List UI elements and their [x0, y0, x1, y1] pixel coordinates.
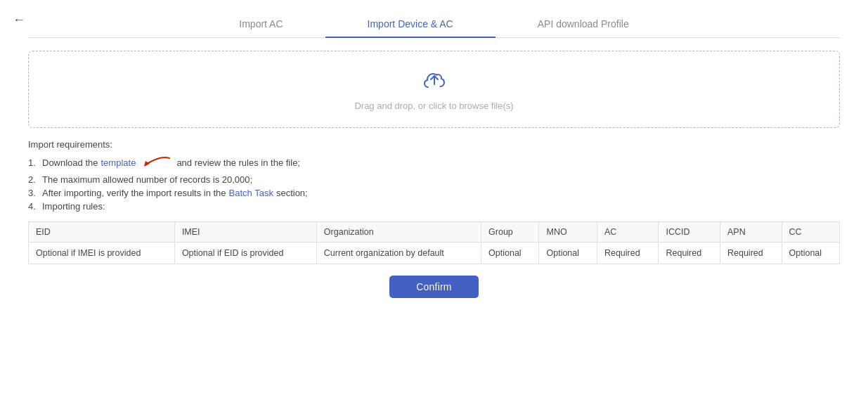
- tab-api-download-profile[interactable]: API download Profile: [495, 11, 671, 38]
- tabs-row: Import AC Import Device & AC API downloa…: [28, 11, 840, 38]
- requirements-section: Import requirements: 1. Download the tem…: [28, 139, 840, 212]
- table-cell-0-3: Optional: [481, 242, 539, 264]
- table-col-apn: APN: [720, 221, 782, 242]
- red-arrow-annotation: [138, 154, 174, 172]
- table-cell-0-8: Optional: [782, 242, 839, 264]
- template-link[interactable]: template: [101, 157, 136, 168]
- drop-zone-text: Drag and drop, or click to browse file(s…: [354, 101, 513, 111]
- table-col-iccid: ICCID: [659, 221, 720, 242]
- file-drop-zone[interactable]: Drag and drop, or click to browse file(s…: [28, 51, 840, 128]
- page-container: ← Import AC Import Device & AC API downl…: [0, 0, 868, 407]
- table-cell-0-2: Current organization by default: [316, 242, 481, 264]
- table-cell-0-1: Optional if EID is provided: [174, 242, 316, 264]
- table-col-group: Group: [481, 221, 539, 242]
- table-col-organization: Organization: [316, 221, 481, 242]
- confirm-row: Confirm: [28, 276, 840, 298]
- table-row-0: Optional if IMEI is providedOptional if …: [29, 242, 840, 264]
- requirements-title: Import requirements:: [28, 139, 840, 150]
- req-text-2: The maximum allowed number of records is…: [42, 174, 252, 185]
- table-header-row: EIDIMEIOrganizationGroupMNOACICCIDAPNCC: [29, 221, 840, 242]
- table-col-eid: EID: [29, 221, 175, 242]
- req-num-3: 3.: [28, 188, 39, 198]
- req-num-1: 1.: [28, 157, 39, 168]
- red-arrow-icon: [140, 154, 174, 169]
- req-text-3-after: section;: [276, 188, 308, 198]
- req-item-1: 1. Download the template and review the …: [28, 154, 840, 172]
- table-cell-0-5: Required: [597, 242, 659, 264]
- req-item-3: 3. After importing, verify the import re…: [28, 188, 840, 198]
- confirm-button[interactable]: Confirm: [389, 276, 478, 298]
- req-text-4: Importing rules:: [42, 201, 105, 212]
- table-cell-0-0: Optional if IMEI is provided: [29, 242, 175, 264]
- table-col-ac: AC: [597, 221, 659, 242]
- table-col-cc: CC: [782, 221, 839, 242]
- table-cell-0-4: Optional: [539, 242, 597, 264]
- req-num-4: 4.: [28, 201, 39, 212]
- requirements-list: 1. Download the template and review the …: [28, 154, 840, 212]
- import-rules-table: EIDIMEIOrganizationGroupMNOACICCIDAPNCC …: [28, 221, 840, 264]
- req-text-3-before: After importing, verify the import resul…: [42, 188, 226, 198]
- req-item-2: 2. The maximum allowed number of records…: [28, 174, 840, 185]
- table-cell-0-6: Required: [659, 242, 720, 264]
- back-button[interactable]: ←: [13, 13, 25, 27]
- batch-task-link[interactable]: Batch Task: [229, 188, 273, 198]
- req-text-1-after: and review the rules in the file;: [176, 157, 300, 168]
- table-col-mno: MNO: [539, 221, 597, 242]
- req-num-2: 2.: [28, 174, 39, 185]
- req-item-4: 4. Importing rules:: [28, 201, 840, 212]
- tab-import-ac[interactable]: Import AC: [197, 11, 325, 38]
- upload-icon: [422, 67, 447, 95]
- table-cell-0-7: Required: [720, 242, 782, 264]
- table-col-imei: IMEI: [174, 221, 316, 242]
- tab-import-device-ac[interactable]: Import Device & AC: [325, 11, 495, 38]
- req-text-1-before: Download the: [42, 157, 98, 168]
